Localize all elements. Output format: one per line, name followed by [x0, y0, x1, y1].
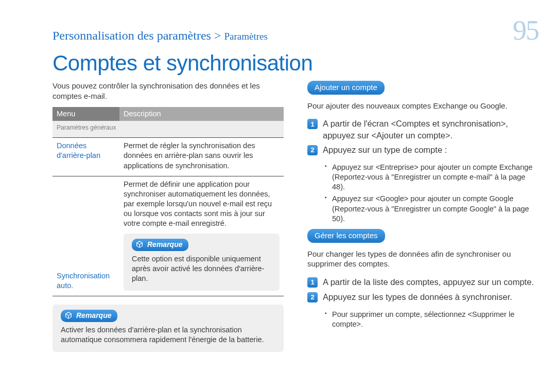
breadcrumb-sub: Paramètres [224, 31, 267, 42]
table-header-row: Menu Description [53, 107, 284, 121]
section-pill-add-account: Ajouter un compte [307, 81, 385, 95]
step-item: 1 A partir de l'écran <Comptes et synchr… [307, 118, 538, 141]
step-number-icon: 2 [307, 292, 318, 302]
table-row: Données d'arrière-plan Permet de régler … [53, 138, 284, 176]
step-text: A partir de l'écran <Comptes et synchron… [323, 118, 538, 141]
bullet-list: Pour supprimer un compte, sélectionnez <… [325, 310, 538, 329]
left-column: Vous pouvez contrôler la synchronisation… [53, 81, 284, 352]
table-subheader: Paramètres généraux [53, 121, 284, 137]
menu-desc-cell: Permet de définir une application pour s… [119, 176, 284, 296]
step-text: Appuyez sur un type de compte : [323, 144, 447, 155]
table-subheader-row: Paramètres généraux [53, 121, 284, 137]
step-number-icon: 1 [307, 277, 318, 288]
bullet-list: Appuyez sur <Entreprise> pour ajouter un… [325, 163, 538, 224]
table-row: Synchronisation auto. Permet de définir … [53, 176, 284, 296]
step-text: A partir de la liste des comptes, appuye… [323, 276, 534, 288]
remark-label: Remarque [147, 240, 182, 249]
menu-desc: Permet de définir une application pour s… [124, 180, 272, 228]
page-number: 95 [513, 12, 538, 49]
settings-table: Menu Description Paramètres généraux Don… [53, 107, 284, 296]
intro-text: Vous pouvez contrôler la synchronisation… [53, 81, 284, 101]
menu-item-background-data: Données d'arrière-plan [53, 138, 119, 176]
step-number-icon: 2 [307, 145, 318, 155]
note-box-outer: Remarque Activer les données d'arrière-p… [53, 305, 284, 352]
note-text: Activer les données d'arrière-plan et la… [61, 325, 275, 345]
list-item: Pour supprimer un compte, sélectionnez <… [325, 310, 538, 329]
step-item: 1 A partir de la liste des comptes, appu… [307, 276, 538, 288]
list-item: Appuyez sur <Google> pour ajouter un com… [325, 194, 538, 223]
note-text: Cette option est disponible uniquement a… [132, 254, 271, 283]
col-header-menu: Menu [53, 107, 119, 121]
section-intro: Pour ajouter des nouveaux comptes Exchan… [307, 101, 538, 111]
remark-badge: Remarque [132, 239, 188, 251]
remark-badge: Remarque [61, 310, 117, 322]
content-columns: Vous pouvez contrôler la synchronisation… [18, 81, 538, 352]
page-header: Personnalisation des paramètres > Paramè… [18, 12, 538, 49]
menu-item-autosync: Synchronisation auto. [53, 176, 119, 296]
list-item: Appuyez sur <Entreprise> pour ajouter un… [325, 163, 538, 192]
step-number-icon: 1 [307, 119, 318, 129]
right-column: Ajouter un compte Pour ajouter des nouve… [307, 81, 538, 352]
breadcrumb: Personnalisation des paramètres > Paramè… [53, 28, 268, 44]
page-title: Comptes et synchronisation [53, 49, 538, 77]
breadcrumb-main: Personnalisation des paramètres [53, 29, 211, 42]
steps-add-account: 1 A partir de l'écran <Comptes et synchr… [307, 118, 538, 155]
remark-label: Remarque [76, 311, 111, 320]
menu-desc: Permet de régler la synchronisation des … [119, 138, 284, 176]
step-item: 2 Appuyez sur un type de compte : [307, 144, 538, 155]
breadcrumb-sep: > [214, 29, 221, 42]
step-item: 2 Appuyez sur les types de données à syn… [307, 291, 538, 302]
cube-icon [135, 240, 144, 249]
cube-icon [64, 311, 73, 320]
section-intro: Pour changer les types de données afin d… [307, 249, 538, 270]
note-box-inner: Remarque Cette option est disponible uni… [124, 234, 280, 291]
section-pill-manage-accounts: Gérer les comptes [307, 229, 385, 243]
step-text: Appuyez sur les types de données à synch… [323, 291, 512, 302]
col-header-description: Description [119, 107, 284, 121]
steps-manage-accounts: 1 A partir de la liste des comptes, appu… [307, 276, 538, 302]
